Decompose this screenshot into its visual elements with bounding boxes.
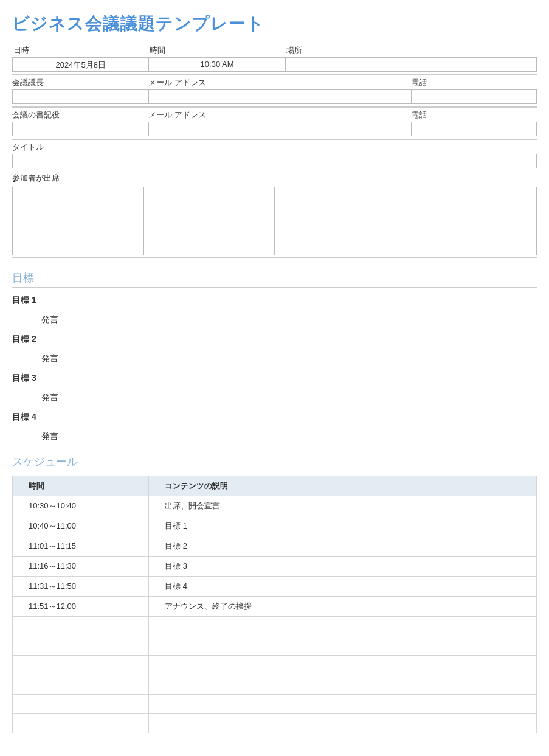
attendee-cell[interactable] <box>143 221 275 238</box>
chair-name-field[interactable] <box>12 89 148 104</box>
schedule-time[interactable] <box>13 656 149 675</box>
time-field[interactable]: 10:30 AM <box>148 57 285 72</box>
attendee-cell[interactable] <box>406 204 537 221</box>
page-title: ビジネス会議議題テンプレート <box>12 12 537 35</box>
goal-1-sub: 発言 <box>41 314 537 325</box>
header-row-datetime: 日時 2024年5月8日 時間 10:30 AM 場所 <box>12 44 537 72</box>
chair-phone-field[interactable] <box>411 89 537 104</box>
attendee-cell[interactable] <box>275 238 406 255</box>
goal-3-title: 目標 3 <box>12 373 537 384</box>
attendee-cell[interactable] <box>143 187 275 204</box>
attendee-cell[interactable] <box>13 238 144 255</box>
schedule-desc[interactable]: 目標 4 <box>149 577 537 597</box>
attendee-cell[interactable] <box>275 221 406 238</box>
attendee-cell[interactable] <box>143 204 275 221</box>
attendee-cell[interactable] <box>406 221 537 238</box>
schedule-desc[interactable] <box>149 636 537 656</box>
chair-phone-label: 電話 <box>411 77 537 89</box>
chair-name-label: 会議議長 <box>12 77 148 89</box>
header-row-title: タイトル <box>12 141 537 168</box>
schedule-desc[interactable] <box>149 695 537 714</box>
goal-4-sub: 発言 <box>41 431 537 442</box>
goal-2-title: 目標 2 <box>12 334 537 345</box>
schedule-desc[interactable] <box>149 617 537 636</box>
table-row <box>13 636 537 656</box>
attendee-cell[interactable] <box>143 238 275 255</box>
table-row <box>13 617 537 636</box>
table-row: 11:01～11:15 目標 2 <box>13 536 537 557</box>
attendee-cell[interactable] <box>13 204 144 221</box>
schedule-desc[interactable]: 目標 1 <box>149 516 537 536</box>
table-row <box>13 656 537 675</box>
secretary-name-field[interactable] <box>12 122 148 136</box>
header-row-chair: 会議議長 メール アドレス 電話 <box>12 77 537 104</box>
schedule-desc[interactable]: 出席、開会宣言 <box>149 496 537 516</box>
date-label: 日時 <box>12 44 148 57</box>
attendee-cell[interactable] <box>406 238 537 255</box>
schedule-time[interactable] <box>13 714 149 733</box>
goals-list: 目標 1 発言 目標 2 発言 目標 3 発言 目標 4 発言 <box>12 295 537 442</box>
goals-heading: 目標 <box>12 271 537 288</box>
table-row <box>13 714 537 733</box>
schedule-time[interactable]: 10:40～11:00 <box>13 516 149 536</box>
schedule-time[interactable]: 10:30～10:40 <box>13 496 149 516</box>
table-row: 10:30～10:40 出席、開会宣言 <box>13 496 537 516</box>
table-row <box>13 695 537 714</box>
attendees-grid <box>12 187 537 255</box>
table-row <box>13 675 537 695</box>
secretary-phone-field[interactable] <box>411 122 537 136</box>
header-row-secretary: 会議の書記役 メール アドレス 電話 <box>12 109 537 136</box>
secretary-name-label: 会議の書記役 <box>12 109 148 122</box>
schedule-desc[interactable] <box>149 675 537 695</box>
schedule-time[interactable] <box>13 636 149 656</box>
date-field[interactable]: 2024年5月8日 <box>12 57 148 72</box>
chair-email-field[interactable] <box>148 89 411 104</box>
schedule-desc[interactable]: アナウンス、終了の挨拶 <box>149 597 537 617</box>
schedule-time[interactable]: 11:01～11:15 <box>13 536 149 557</box>
attendees-label: 参加者が出席 <box>12 172 537 185</box>
title-field[interactable] <box>12 154 537 168</box>
goal-4-title: 目標 4 <box>12 412 537 423</box>
schedule-time[interactable] <box>13 675 149 695</box>
goal-1-title: 目標 1 <box>12 295 537 306</box>
schedule-time[interactable]: 11:31～11:50 <box>13 577 149 597</box>
secretary-phone-label: 電話 <box>411 109 537 122</box>
goal-3-sub: 発言 <box>41 392 537 403</box>
table-row: 11:16～11:30 目標 3 <box>13 557 537 577</box>
table-row: 10:40～11:00 目標 1 <box>13 516 537 536</box>
title-label: タイトル <box>12 141 537 154</box>
attendee-cell[interactable] <box>275 187 406 204</box>
attendee-cell[interactable] <box>13 221 144 238</box>
secretary-email-field[interactable] <box>148 122 411 136</box>
time-label: 時間 <box>148 44 285 57</box>
schedule-heading: スケジュール <box>12 454 537 471</box>
schedule-col-time: 時間 <box>13 476 149 496</box>
attendee-cell[interactable] <box>406 187 537 204</box>
schedule-desc[interactable]: 目標 3 <box>149 557 537 577</box>
table-row: 11:31～11:50 目標 4 <box>13 577 537 597</box>
schedule-time[interactable] <box>13 617 149 636</box>
schedule-time[interactable]: 11:51～12:00 <box>13 597 149 617</box>
place-field[interactable] <box>285 57 537 72</box>
schedule-desc[interactable] <box>149 656 537 675</box>
table-row: 11:51～12:00 アナウンス、終了の挨拶 <box>13 597 537 617</box>
attendee-cell[interactable] <box>275 204 406 221</box>
schedule-desc[interactable]: 目標 2 <box>149 536 537 557</box>
goal-2-sub: 発言 <box>41 353 537 364</box>
place-label: 場所 <box>285 44 537 57</box>
secretary-email-label: メール アドレス <box>148 109 411 122</box>
schedule-time[interactable] <box>13 695 149 714</box>
attendee-cell[interactable] <box>13 187 144 204</box>
schedule-table: 時間 コンテンツの説明 10:30～10:40 出席、開会宣言 10:40～11… <box>12 476 537 733</box>
schedule-time[interactable]: 11:16～11:30 <box>13 557 149 577</box>
schedule-col-desc: コンテンツの説明 <box>149 476 537 496</box>
chair-email-label: メール アドレス <box>148 77 411 89</box>
schedule-desc[interactable] <box>149 714 537 733</box>
